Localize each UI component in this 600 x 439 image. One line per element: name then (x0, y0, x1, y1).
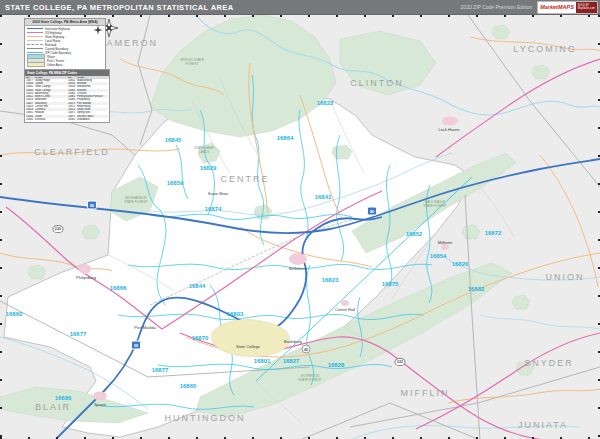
legend-label: Urban Area (47, 63, 62, 67)
north-arrow-icon (93, 25, 103, 35)
legend-item: State Highway (27, 35, 103, 38)
legend-swatch (27, 40, 43, 41)
name-cell: Woodward (77, 118, 109, 121)
legend-swatch (27, 36, 43, 37)
legend-swatch (27, 44, 43, 45)
zip-index-box: State College, PA MSA ZIP Codes ZIP NAME… (24, 69, 110, 123)
legend-item: Urban Area (27, 63, 103, 66)
legend-swatch (27, 32, 43, 33)
name-cell: Karthaus (35, 118, 68, 121)
marketmaps-logo: MarketMAPS SOLD BY MapSales.com (537, 1, 598, 14)
zip-index-rows: 16677Sandy Ridge16852Madisonburg16686Tyr… (25, 79, 109, 122)
legend-swatch (27, 28, 43, 29)
logo-brand: MarketMAPS (538, 2, 576, 13)
legend-item: Local Road (27, 39, 103, 42)
zip-index-row: 16845Karthaus16882Woodward (26, 118, 108, 121)
tick-marks-top (0, 15, 600, 17)
legend-swatch (27, 48, 43, 49)
map-title: STATE COLLEGE, PA METROPOLITAN STATISTIC… (5, 3, 234, 12)
tick-marks-left (0, 15, 2, 439)
zip-cell: 16845 (26, 118, 35, 121)
legend-swatch (27, 62, 45, 67)
zip-cell: 16882 (68, 118, 77, 121)
logo-seller: SOLD BY MapSales.com (576, 2, 597, 13)
edition-label: 2020 ZIP Code Premium Edition (461, 4, 533, 10)
map-canvas: Sproul State ForestBald Eagle State Fore… (0, 14, 600, 439)
legend-swatch (27, 52, 43, 53)
legend-item: US Highway (27, 31, 103, 34)
title-bar: STATE COLLEGE, PA METROPOLITAN STATISTIC… (0, 0, 600, 14)
legend-item: Interstate Highway (27, 27, 103, 30)
